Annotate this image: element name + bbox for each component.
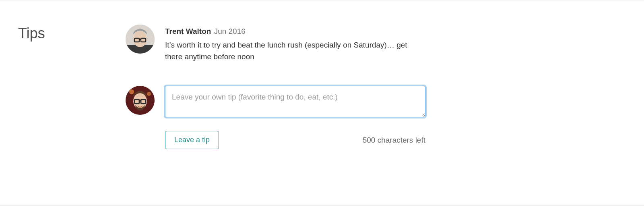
avatar-image-icon bbox=[126, 25, 155, 54]
tips-section: Tips Trent Walton Jun 2016 I bbox=[0, 0, 644, 206]
compose-row: Leave a tip 500 characters left bbox=[126, 86, 425, 149]
tip-date: Jun 2016 bbox=[214, 27, 246, 35]
compose-body: Leave a tip 500 characters left bbox=[165, 86, 425, 149]
avatar bbox=[126, 86, 155, 115]
svg-point-8 bbox=[147, 92, 151, 96]
tip-item: Trent Walton Jun 2016 It’s worth it to t… bbox=[126, 25, 425, 62]
leave-tip-button[interactable]: Leave a tip bbox=[165, 131, 219, 149]
char-counter: 500 characters left bbox=[363, 136, 425, 145]
svg-point-7 bbox=[129, 89, 134, 94]
tip-author: Trent Walton bbox=[165, 27, 211, 35]
compose-actions: Leave a tip 500 characters left bbox=[165, 131, 425, 149]
tip-input[interactable] bbox=[165, 86, 425, 117]
tip-meta: Trent Walton Jun 2016 bbox=[165, 26, 425, 37]
avatar bbox=[126, 25, 155, 54]
tip-body: Trent Walton Jun 2016 It’s worth it to t… bbox=[165, 25, 425, 62]
avatar-image-icon bbox=[126, 86, 155, 115]
section-title: Tips bbox=[18, 25, 126, 42]
tip-text: It’s worth it to try and beat the lunch … bbox=[165, 39, 425, 63]
tips-content: Trent Walton Jun 2016 It’s worth it to t… bbox=[126, 25, 425, 149]
